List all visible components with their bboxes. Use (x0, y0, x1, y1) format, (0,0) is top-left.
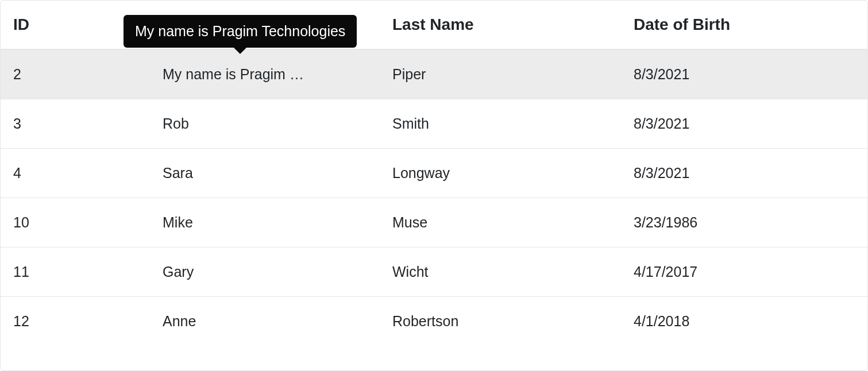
cell-id: 3 (1, 99, 150, 149)
cell-last: Wicht (380, 248, 621, 297)
cell-first: Mike (150, 198, 380, 248)
cell-last: Longway (380, 149, 621, 198)
table-row[interactable]: 10 Mike Muse 3/23/1986 (1, 198, 867, 248)
data-table: ID First Name Last Name Date of Birth 2 … (1, 1, 867, 346)
cell-last: Muse (380, 198, 621, 248)
cell-id: 10 (1, 198, 150, 248)
cell-dob: 3/23/1986 (621, 198, 867, 248)
table-row[interactable]: 2 My name is Pragim … Piper 8/3/2021 (1, 49, 867, 99)
cell-tooltip: My name is Pragim Technologies (124, 15, 357, 48)
table-row[interactable]: 3 Rob Smith 8/3/2021 (1, 99, 867, 149)
cell-last: Robertson (380, 297, 621, 346)
cell-first: Anne (150, 297, 380, 346)
cell-id: 4 (1, 149, 150, 198)
cell-dob: 4/1/2018 (621, 297, 867, 346)
table-row[interactable]: 4 Sara Longway 8/3/2021 (1, 149, 867, 198)
cell-first: My name is Pragim … (150, 49, 380, 99)
table-row[interactable]: 12 Anne Robertson 4/1/2018 (1, 297, 867, 346)
cell-last: Smith (380, 99, 621, 149)
cell-first: Gary (150, 248, 380, 297)
cell-first: Rob (150, 99, 380, 149)
cell-dob: 4/17/2017 (621, 248, 867, 297)
cell-last: Piper (380, 49, 621, 99)
cell-id: 2 (1, 49, 150, 99)
tooltip-text: My name is Pragim Technologies (135, 23, 345, 39)
cell-dob: 8/3/2021 (621, 99, 867, 149)
cell-first: Sara (150, 149, 380, 198)
table-row[interactable]: 11 Gary Wicht 4/17/2017 (1, 248, 867, 297)
column-header-dob[interactable]: Date of Birth (621, 1, 867, 49)
column-header-last[interactable]: Last Name (380, 1, 621, 49)
cell-id: 12 (1, 297, 150, 346)
cell-id: 11 (1, 248, 150, 297)
cell-dob: 8/3/2021 (621, 49, 867, 99)
data-table-container: My name is Pragim Technologies ID First … (0, 0, 868, 371)
cell-dob: 8/3/2021 (621, 149, 867, 198)
